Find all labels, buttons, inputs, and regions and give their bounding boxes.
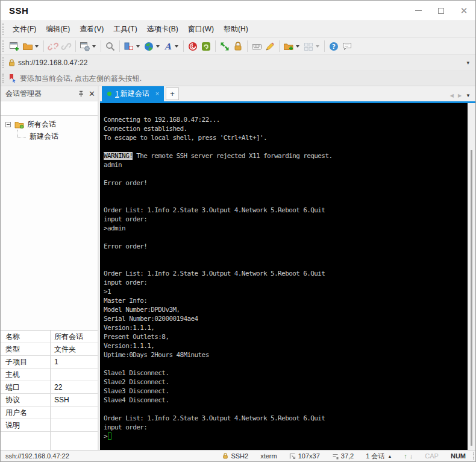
minimize-button[interactable] [407, 1, 430, 21]
tab-scroll-right-icon[interactable]: ▶ [458, 93, 462, 98]
close-icon: ✕ [460, 6, 468, 15]
addressbar-grip-handle[interactable] [2, 57, 5, 68]
terminal-line: >admin [104, 224, 475, 233]
address-url[interactable]: ssh://192.168.0.47:22 [18, 59, 87, 67]
lock-screen-button[interactable] [231, 40, 245, 53]
toolbar-separator [279, 40, 280, 52]
tree-collapse-icon[interactable] [5, 122, 11, 127]
hint-text: 要添加当前会话, 点击左侧的箭头按钮. [20, 74, 142, 84]
terminal-line: Model Number:DPDUv3M, [104, 305, 475, 314]
tab-connected-dot-icon [107, 92, 111, 96]
toolbar: A ? [1, 37, 475, 54]
web-browser-button[interactable] [142, 40, 162, 53]
reconnect-button[interactable] [60, 40, 73, 53]
terminal-line: input order: [104, 215, 475, 224]
tab-scroll-left-icon[interactable]: ◀ [450, 93, 454, 98]
status-encryption[interactable]: SSH2 [216, 452, 254, 460]
menu-item[interactable]: 帮助(H) [219, 22, 253, 37]
property-row: 说明 [1, 419, 98, 432]
fullscreen-button[interactable] [218, 40, 231, 53]
virtual-keyboard-button[interactable] [250, 40, 263, 53]
property-label: 子项目 [1, 357, 50, 367]
font-button[interactable]: A [162, 40, 181, 53]
terminal-output[interactable]: Connecting to 192.168.0.47:22...Connecti… [100, 103, 475, 451]
menu-item[interactable]: 文件(F) [8, 22, 41, 37]
new-session-button[interactable] [8, 40, 21, 53]
status-cursor-position[interactable]: 37,2 [326, 452, 360, 460]
terminal-line: Slave1 Disconnect. [104, 369, 475, 378]
open-session-button[interactable] [21, 40, 41, 53]
property-value: 1 [50, 358, 98, 366]
hintbar-grip-handle[interactable] [2, 74, 5, 84]
status-url: ssh://192.168.0.47:22 [5, 452, 69, 460]
new-file-transfer-dropdown-caret [296, 45, 299, 48]
sessions-folder-icon [14, 120, 24, 128]
maximize-icon [438, 8, 444, 14]
new-transfer-folder-icon [283, 41, 294, 52]
terminal-cursor [108, 432, 111, 440]
property-row: 协议SSH [1, 394, 98, 407]
toolbar-separator [119, 40, 120, 52]
svg-text:A: A [164, 42, 172, 51]
status-terminal-type[interactable]: xterm [254, 452, 283, 460]
new-tab-button[interactable]: + [166, 87, 179, 100]
xagent-button[interactable] [186, 40, 199, 53]
terminal-line: Connection established. [104, 124, 475, 133]
status-session-selector[interactable]: 1 会话 ▲ [360, 452, 398, 461]
resize-grip[interactable] [469, 452, 474, 460]
svg-text:?: ? [332, 43, 336, 50]
address-dropdown-caret[interactable]: ▾ [466, 60, 469, 66]
toolbar-grip-handle[interactable] [2, 40, 5, 52]
properties-grid: 名称所有会话类型文件夹子项目1主机端口22协议SSH用户名说明 [1, 330, 98, 451]
terminal-line [104, 359, 475, 369]
disconnect-button[interactable] [46, 40, 60, 53]
help-button[interactable]: ? [327, 40, 340, 53]
menu-item[interactable]: 窗口(W) [183, 22, 219, 37]
add-session-flag-icon[interactable] [8, 74, 17, 83]
window-title: SSH [9, 5, 28, 16]
help-icon: ? [328, 41, 339, 52]
fullscreen-icon [219, 41, 230, 52]
new-file-transfer-button[interactable] [282, 40, 302, 53]
feedback-button[interactable] [340, 40, 354, 53]
terminal-line: Serial Number:020000194ae4 [104, 314, 475, 323]
close-button[interactable]: ✕ [453, 1, 475, 21]
highlighter-button[interactable] [263, 40, 277, 53]
tree-item-all-sessions[interactable]: 所有会话 [1, 118, 98, 130]
toolbar-separator [215, 40, 216, 52]
tab-close-icon[interactable]: × [155, 90, 159, 97]
screen-size-icon [289, 453, 296, 460]
panel-close-icon[interactable]: ✕ [89, 90, 95, 98]
terminal-area: 1 新建会话 × + ◀ ▶ ▼ Connecting to 192.168.0… [100, 86, 475, 451]
tab-list-dropdown-icon[interactable]: ▼ [466, 93, 471, 98]
menubar-grip-handle[interactable] [2, 24, 5, 35]
pin-icon[interactable] [77, 90, 85, 98]
toolbar-separator [75, 40, 76, 52]
session-properties-button[interactable] [78, 40, 98, 53]
menu-item[interactable]: 工具(T) [108, 22, 142, 37]
cursor-position-icon [332, 453, 339, 460]
session-manager-header: 会话管理器 ✕ [1, 86, 98, 101]
menu-item[interactable]: 选项卡(B) [142, 22, 183, 37]
terminal-scrollbar-thumb[interactable] [471, 150, 472, 446]
layout-button[interactable] [122, 40, 142, 53]
menu-item[interactable]: 查看(V) [75, 22, 108, 37]
tree-item-label: 所有会话 [27, 119, 56, 130]
find-button[interactable] [104, 40, 117, 53]
tile-windows-button[interactable] [302, 40, 322, 53]
menu-bar: 文件(F)编辑(E)查看(V)工具(T)选项卡(B)窗口(W)帮助(H) [1, 21, 475, 37]
terminal-scrollbar[interactable] [468, 103, 475, 451]
status-screen-size[interactable]: 107x37 [283, 452, 326, 460]
maximize-button[interactable] [430, 1, 453, 21]
menu-item[interactable]: 编辑(E) [41, 22, 75, 37]
session-search-box[interactable] [1, 101, 98, 116]
tab-new-session[interactable]: 1 新建会话 × [102, 86, 164, 101]
address-bar[interactable]: ssh://192.168.0.47:22 ▾ [1, 54, 475, 71]
tree-item-label: 新建会话 [30, 131, 58, 142]
session-search-input[interactable] [1, 101, 101, 115]
tree-item-new-session[interactable]: 新建会话 [1, 130, 98, 142]
xftp-button[interactable] [199, 40, 213, 53]
terminal-line [104, 169, 475, 179]
layout-dropdown-caret [136, 45, 140, 48]
terminal-line [104, 142, 475, 151]
